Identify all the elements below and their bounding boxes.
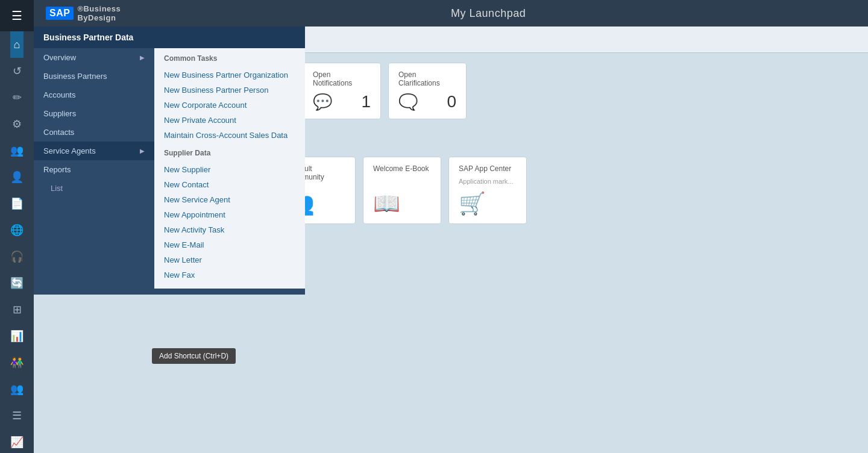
card-icon: 💬 <box>313 93 332 111</box>
task2-new-letter[interactable]: New Letter <box>164 252 295 267</box>
sidebar-icon-refresh[interactable]: ↺ <box>10 58 24 84</box>
dropdown-body: Overview▶Business PartnersAccountsSuppli… <box>34 48 305 289</box>
task-maintain-cross-account-sales-data[interactable]: Maintain Cross-Account Sales Data <box>164 128 295 143</box>
sidebar-icon-edit[interactable]: ✏ <box>10 84 24 111</box>
sidebar: ☰ ⌂↺✏⚙👥👤📄🌐🎧🔄⊞📊👫👥☰📈🖥📉≡🕐⚑★🌍 <box>0 0 34 453</box>
sap-logo: SAP ®BusinessByDesign <box>46 4 121 22</box>
sidebar-icon-people[interactable]: 👥 <box>10 137 24 164</box>
content-area: Work: InboxService and Support All Open … <box>34 27 868 453</box>
sidebar-icon-document[interactable]: 📄 <box>10 190 24 217</box>
task2-new-service-agent[interactable]: New Service Agent <box>164 192 295 207</box>
common-tasks-title: Common Tasks <box>164 54 295 63</box>
task-new-business-partner-organization[interactable]: New Business Partner Organization <box>164 67 295 83</box>
task-new-private-account[interactable]: New Private Account <box>164 113 295 128</box>
tile-icon: 🛒 <box>459 191 517 216</box>
dropdown-nav-overview[interactable]: Overview▶ <box>34 48 154 67</box>
dropdown-nav-accounts[interactable]: Accounts <box>34 86 154 104</box>
topbar: SAP ®BusinessByDesign My Launchpad <box>34 0 868 27</box>
dropdown-nav-business-partners[interactable]: Business Partners <box>34 67 154 86</box>
task-new-corporate-account[interactable]: New Corporate Account <box>164 98 295 113</box>
card-open-clarifications[interactable]: Open Clarifications 🗨️ 0 <box>388 63 467 119</box>
tile-subtitle: Application mark... <box>459 178 517 185</box>
dropdown-nav-suppliers[interactable]: Suppliers <box>34 104 154 123</box>
sidebar-icon-headset[interactable]: 🎧 <box>10 243 24 270</box>
bydesign-text: ®BusinessByDesign <box>77 4 121 22</box>
task2-new-supplier[interactable]: New Supplier <box>164 162 295 177</box>
task2-new-contact[interactable]: New Contact <box>164 177 295 192</box>
card-open-notifications[interactable]: Open Notifications 💬 1 <box>303 63 381 119</box>
sidebar-icon-globe[interactable]: 🌐 <box>10 217 24 243</box>
task2-new-e-mail[interactable]: New E-Mail <box>164 237 295 252</box>
nav-label: Business Partners <box>43 72 107 81</box>
nav-label: Accounts <box>43 90 75 99</box>
card-count: 1 <box>361 92 371 111</box>
sidebar-icon-group[interactable]: 👫 <box>10 349 24 376</box>
supplier-data-title: Supplier Data <box>164 149 295 157</box>
sidebar-icon-layers[interactable]: ☰ <box>10 402 24 429</box>
sidebar-icon-home[interactable]: ⌂ <box>10 31 24 58</box>
nav-label: Suppliers <box>43 109 76 118</box>
dropdown-nav-reports[interactable]: Reports <box>34 160 154 179</box>
tile-title: Welcome E-Book <box>373 164 431 173</box>
tile-welcome-e-book[interactable]: Welcome E-Book 📖 <box>363 157 441 224</box>
main-content: SAP ®BusinessByDesign My Launchpad Work:… <box>34 0 868 453</box>
sidebar-icon-person[interactable]: 👤 <box>10 164 24 190</box>
task2-new-activity-task[interactable]: New Activity Task <box>164 222 295 237</box>
sidebar-icon-chart[interactable]: 📊 <box>10 323 24 349</box>
task2-new-appointment[interactable]: New Appointment <box>164 207 295 222</box>
card-content: 🗨️ 0 <box>398 92 456 111</box>
nav-label: Contacts <box>43 128 74 137</box>
arrow-icon: ▶ <box>140 54 145 61</box>
card-count: 0 <box>447 92 456 111</box>
topbar-title: My Launchpad <box>121 7 856 20</box>
card-content: 💬 1 <box>313 92 371 111</box>
task-new-business-partner-person[interactable]: New Business Partner Person <box>164 83 295 98</box>
nav-label: Overview <box>43 53 76 62</box>
card-title: Open Clarifications <box>398 70 456 87</box>
tile-title: SAP App Center <box>459 164 517 173</box>
sidebar-icon-grid[interactable]: ⊞ <box>10 296 24 323</box>
dropdown-tasks: Common Tasks New Business Partner Organi… <box>154 48 305 289</box>
tile-sap-app-center[interactable]: SAP App Center Application mark... 🛒 <box>448 157 527 224</box>
hamburger-menu[interactable]: ☰ <box>0 0 34 31</box>
nav-label: Reports <box>43 165 71 174</box>
dropdown-nav-contacts[interactable]: Contacts <box>34 123 154 142</box>
task2-new-fax[interactable]: New Fax <box>164 267 295 283</box>
card-icon: 🗨️ <box>398 93 418 111</box>
add-shortcut-tooltip: Add Shortcut (Ctrl+D) <box>152 348 236 364</box>
dropdown-nav-service-agents[interactable]: Service Agents▶ <box>34 142 154 160</box>
hamburger-icon: ☰ <box>11 8 22 23</box>
sap-text: SAP <box>46 7 74 20</box>
dropdown-header: Business Partner Data <box>34 27 305 48</box>
sidebar-icon-analytics[interactable]: 📈 <box>10 429 24 453</box>
business-partner-dropdown: Business Partner Data Overview▶Business … <box>34 27 305 295</box>
sidebar-icon-users[interactable]: 👥 <box>10 376 24 402</box>
dropdown-subitem-list[interactable]: List <box>34 179 154 198</box>
sidebar-icon-cycle[interactable]: 🔄 <box>10 270 24 296</box>
arrow-icon: ▶ <box>140 148 145 154</box>
tile-icon: 📖 <box>373 191 431 216</box>
card-title: Open Notifications <box>313 70 371 87</box>
nav-label: Service Agents <box>43 146 96 155</box>
sidebar-icon-settings[interactable]: ⚙ <box>10 111 24 137</box>
dropdown-nav: Overview▶Business PartnersAccountsSuppli… <box>34 48 154 289</box>
